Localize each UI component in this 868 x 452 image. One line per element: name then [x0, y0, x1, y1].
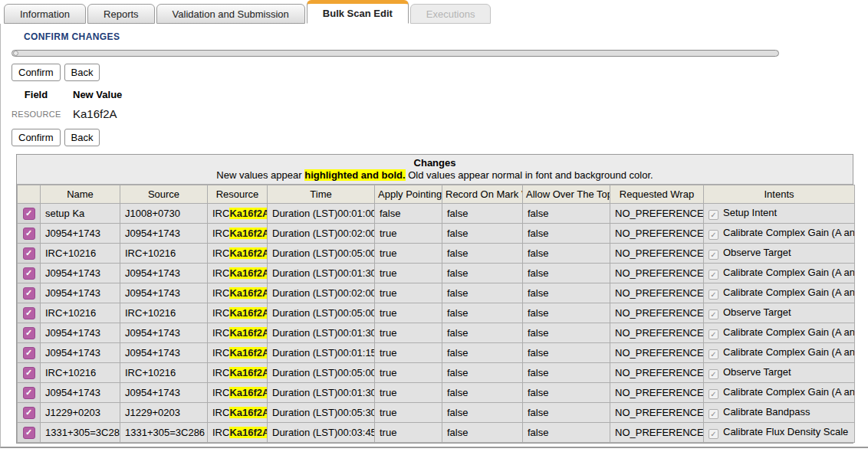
intent-checkbox: ✓ [709, 270, 718, 280]
column-header-time: Time [268, 185, 375, 204]
intent-label: Calibrate Complex Gain (A and P) [723, 326, 855, 338]
cell-intents: ✓Observe Target [704, 244, 855, 264]
cell-intents: ✓Calibrate Bandpass [704, 403, 855, 423]
cell-intents: ✓Calibrate Complex Gain (A and P) [704, 283, 855, 303]
row-checkbox[interactable]: ✓ [23, 347, 35, 359]
cell-resource: IRCKa16f2A [208, 264, 268, 283]
intent-checkbox: ✓ [709, 389, 718, 399]
column-header-record-on-mark-v: Record On Mark V [442, 185, 523, 204]
intent-checkbox: ✓ [709, 210, 718, 220]
cell-allow-over-the-top: false [523, 244, 610, 264]
resource-new-value-highlight: Ka16f2A [229, 387, 267, 398]
cell-allow-over-the-top: false [523, 264, 610, 283]
resource-new-value-highlight: Ka16f2A [229, 347, 267, 359]
cell-time: Duration (LST)00:05:00 [268, 244, 375, 264]
intent-label: Setup Intent [723, 207, 777, 218]
cell-name: J0954+1743 [41, 323, 120, 343]
cell-requested-wrap: NO_PREFERENCE [610, 323, 704, 343]
changes-table-caption: Changes New values appear highlighted an… [17, 155, 853, 185]
tab-information[interactable]: Information [4, 4, 86, 24]
cell-name: IRC+10216 [41, 244, 120, 264]
intent-checkbox: ✓ [709, 310, 718, 319]
resource-new-value-highlight: Ka16f2A [229, 367, 267, 378]
cell-source: J0954+1743 [120, 343, 208, 363]
resource-old-prefix: IRC [212, 247, 229, 259]
cell-apply-pointing: true [375, 323, 442, 343]
cell-requested-wrap: NO_PREFERENCE [610, 363, 704, 383]
cell-source: J0954+1743 [120, 224, 208, 244]
column-header-source: Source [120, 185, 208, 204]
tab-bulk-scan-edit[interactable]: Bulk Scan Edit [307, 0, 409, 24]
row-checkbox[interactable]: ✓ [23, 427, 35, 439]
table-row: ✓ IRC+10216 IRC+10216 IRCKa16f2A Duratio… [18, 363, 855, 383]
row-checkbox[interactable]: ✓ [23, 267, 35, 280]
tab-bar: InformationReportsValidation and Submiss… [0, 0, 868, 24]
back-button[interactable]: Back [64, 64, 100, 81]
cell-name: setup Ka [41, 204, 120, 224]
cell-requested-wrap: NO_PREFERENCE [610, 423, 704, 443]
changes-table-body: ✓ setup Ka J1008+0730 IRCKa16f2A Duratio… [18, 204, 855, 443]
intent-checkbox: ✓ [709, 369, 718, 379]
confirm-button[interactable]: Confirm [12, 64, 61, 81]
cell-allow-over-the-top: false [523, 363, 610, 383]
resource-old-prefix: IRC [212, 228, 229, 239]
tab-reports[interactable]: Reports [87, 4, 155, 24]
cell-requested-wrap: NO_PREFERENCE [610, 343, 704, 363]
back-button[interactable]: Back [64, 129, 100, 146]
resource-new-value-highlight: Ka16f2A [229, 427, 267, 438]
cell-name: J0954+1743 [41, 383, 120, 403]
cell-time: Duration (LST)00:05:00 [268, 303, 375, 323]
row-checkbox[interactable]: ✓ [23, 327, 35, 339]
cell-time: Duration (LST)00:01:00 [268, 204, 375, 224]
row-checkbox[interactable]: ✓ [23, 228, 35, 240]
resource-new-value-highlight: Ka16f2A [229, 228, 267, 239]
cell-intents: ✓Setup Intent [704, 204, 855, 224]
cell-intents: ✓Calibrate Complex Gain (A and P) [704, 264, 855, 283]
table-title: Changes [17, 157, 853, 169]
cell-time: Duration (LST)00:01:15 [268, 343, 375, 363]
cell-name: J0954+1743 [41, 343, 120, 363]
cell-source: IRC+10216 [120, 244, 208, 264]
row-checkbox[interactable]: ✓ [23, 367, 35, 379]
cell-requested-wrap: NO_PREFERENCE [610, 264, 704, 283]
cell-resource: IRCKa16f2A [208, 244, 268, 264]
table-row: ✓ J1229+0203 J1229+0203 IRCKa16f2A Durat… [18, 403, 855, 423]
cell-apply-pointing: false [375, 204, 442, 224]
row-checkbox[interactable]: ✓ [23, 247, 35, 260]
intent-checkbox: ✓ [709, 230, 718, 240]
table-row: ✓ IRC+10216 IRC+10216 IRCKa16f2A Duratio… [18, 303, 855, 323]
cell-apply-pointing: true [375, 283, 442, 303]
cell-name: J1229+0203 [41, 403, 120, 423]
tab-validation-and-submission[interactable]: Validation and Submission [156, 4, 305, 24]
cell-source: 1331+305=3C286 [120, 423, 208, 443]
column-header-checkbox [18, 185, 41, 204]
mid-button-row: Confirm Back [12, 129, 868, 146]
cell-name: IRC+10216 [41, 303, 120, 323]
new-value-column-header: New Value [73, 89, 122, 100]
cell-time: Duration (LST)00:02:00 [268, 224, 375, 244]
cell-intents: ✓Calibrate Complex Gain (A and P) [704, 323, 855, 343]
cell-time: Duration (LST)00:02:00 [268, 283, 375, 303]
confirm-button[interactable]: Confirm [12, 129, 61, 146]
row-checkbox[interactable]: ✓ [23, 208, 35, 220]
row-checkbox[interactable]: ✓ [23, 387, 35, 399]
cell-time: Duration (LST)00:01:30 [268, 264, 375, 283]
cell-time: Duration (LST)00:05:30 [268, 403, 375, 423]
row-checkbox[interactable]: ✓ [23, 407, 35, 419]
cell-allow-over-the-top: false [523, 204, 610, 224]
cell-record-on-mark-v: false [442, 383, 523, 403]
resource-new-value-highlight: Ka16f2A [229, 407, 267, 418]
intent-checkbox: ✓ [709, 290, 718, 300]
field-column-header: Field [12, 89, 61, 100]
cell-name: J0954+1743 [41, 283, 120, 303]
row-checkbox[interactable]: ✓ [23, 287, 35, 300]
page-title: CONFIRM CHANGES [24, 31, 868, 42]
row-checkbox[interactable]: ✓ [23, 307, 35, 319]
cell-record-on-mark-v: false [442, 244, 523, 264]
intent-label: Calibrate Flux Density Scale [723, 426, 848, 437]
cell-intents: ✓Calibrate Complex Gain (A and P) [704, 343, 855, 363]
table-row: ✓ IRC+10216 IRC+10216 IRCKa16f2A Duratio… [18, 244, 855, 264]
resource-old-prefix: IRC [212, 367, 229, 378]
cell-resource: IRCKa16f2A [208, 383, 268, 403]
resource-new-value-highlight: Ka16f2A [229, 267, 267, 279]
